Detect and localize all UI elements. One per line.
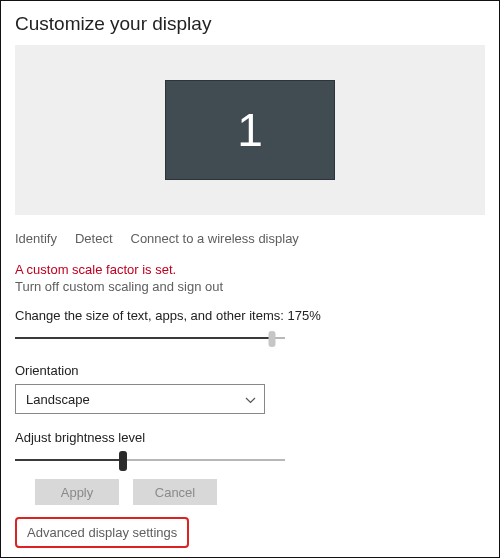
orientation-label: Orientation (15, 363, 485, 378)
text-size-slider-thumb[interactable] (268, 331, 275, 347)
page-title: Customize your display (15, 13, 485, 35)
text-size-value: 175% (287, 308, 320, 323)
brightness-slider[interactable] (15, 451, 285, 469)
display-action-links: Identify Detect Connect to a wireless di… (15, 231, 485, 246)
advanced-display-settings-link[interactable]: Advanced display settings (15, 517, 189, 548)
brightness-slider-thumb[interactable] (119, 451, 127, 471)
text-size-slider[interactable] (15, 329, 285, 347)
identify-link[interactable]: Identify (15, 231, 57, 246)
monitor-1-tile[interactable]: 1 (165, 80, 335, 180)
apply-button[interactable]: Apply (35, 479, 119, 505)
orientation-dropdown[interactable]: Landscape (15, 384, 265, 414)
orientation-value: Landscape (26, 392, 90, 407)
apply-cancel-row: Apply Cancel (15, 479, 485, 505)
text-size-label: Change the size of text, apps, and other… (15, 308, 485, 323)
detect-link[interactable]: Detect (75, 231, 113, 246)
connect-wireless-link[interactable]: Connect to a wireless display (131, 231, 299, 246)
brightness-label: Adjust brightness level (15, 430, 485, 445)
chevron-down-icon (245, 392, 256, 407)
display-settings-panel: Customize your display 1 Identify Detect… (0, 0, 500, 558)
monitor-number: 1 (237, 103, 263, 157)
cancel-button[interactable]: Cancel (133, 479, 217, 505)
monitors-arrangement-area[interactable]: 1 (15, 45, 485, 215)
turn-off-scaling-link[interactable]: Turn off custom scaling and sign out (15, 279, 485, 294)
custom-scale-warning: A custom scale factor is set. (15, 262, 485, 277)
